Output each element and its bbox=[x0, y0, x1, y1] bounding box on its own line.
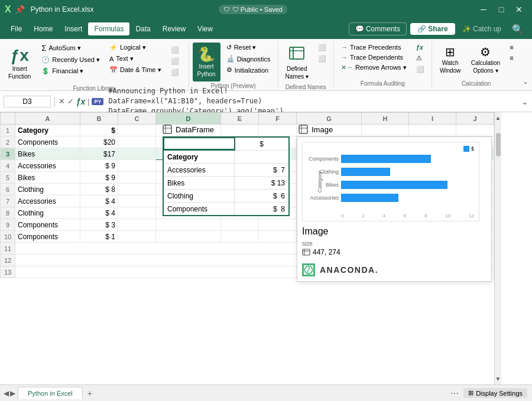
cell-a9[interactable]: Components bbox=[15, 219, 80, 231]
menu-review[interactable]: Review bbox=[157, 22, 192, 35]
cell-c2[interactable] bbox=[118, 136, 156, 148]
col-header-e[interactable]: E bbox=[221, 113, 259, 125]
cell-c4[interactable] bbox=[118, 160, 156, 172]
col-header-a[interactable]: A bbox=[15, 113, 80, 125]
share-button[interactable]: 🔗 Share bbox=[410, 23, 455, 35]
search-icon[interactable]: 🔍 bbox=[508, 22, 527, 37]
cell-b3[interactable]: $17 bbox=[80, 148, 118, 160]
trace-precedents-button[interactable]: → Trace Precedents bbox=[338, 43, 410, 52]
col-header-i[interactable]: I bbox=[409, 113, 456, 125]
cell-a5[interactable]: Bikes bbox=[15, 172, 80, 184]
more-functions-btn2[interactable]: ⬜ bbox=[167, 56, 185, 66]
recently-used-button[interactable]: 🕐 Recently Used ▾ bbox=[38, 55, 103, 65]
financial-button[interactable]: 💲 Financial ▾ bbox=[38, 66, 103, 76]
watch-window-button[interactable]: ⊞ WatchWindow bbox=[436, 43, 465, 77]
col-header-c[interactable]: C bbox=[118, 113, 156, 125]
col-header-f[interactable]: F bbox=[259, 113, 297, 125]
cell-b9[interactable]: $ 3 bbox=[80, 219, 118, 231]
remove-arrows-button[interactable]: ✕→ Remove Arrows ▾ bbox=[338, 63, 410, 73]
cell-i1[interactable] bbox=[409, 125, 456, 136]
cell-a1[interactable]: Category bbox=[15, 125, 80, 136]
col-header-d[interactable]: D bbox=[156, 113, 221, 125]
reset-button[interactable]: ↺ Reset ▾ bbox=[223, 43, 274, 53]
name-manager-btn[interactable]: ⬜ bbox=[314, 43, 330, 53]
cell-b2[interactable]: $20 bbox=[80, 136, 118, 148]
cell-c5[interactable] bbox=[118, 172, 156, 184]
formula-insert-fn-icon[interactable]: ƒx bbox=[76, 97, 86, 106]
insert-python-button[interactable]: 🐍 InsertPython bbox=[193, 43, 220, 81]
cell-f10[interactable] bbox=[259, 231, 297, 243]
scrollbar-thumb[interactable] bbox=[496, 133, 501, 157]
cell-c6[interactable] bbox=[118, 184, 156, 195]
cell-d10[interactable] bbox=[156, 231, 221, 243]
formula-confirm-icon[interactable]: ✓ bbox=[67, 97, 74, 106]
menu-view[interactable]: View bbox=[192, 22, 219, 35]
ribbon-expand-button[interactable]: ⌄ bbox=[521, 77, 530, 88]
formula-expand-icon[interactable]: ⌄ bbox=[521, 97, 528, 106]
tab-scroll-right[interactable]: ▶ bbox=[10, 389, 15, 397]
calc-sheet-button[interactable]: ≡ bbox=[506, 53, 517, 63]
error-check-button[interactable]: ⚠ bbox=[413, 53, 428, 63]
cell-h1[interactable] bbox=[362, 125, 409, 136]
col-header-h[interactable]: H bbox=[362, 113, 409, 125]
evaluate-formula-button[interactable]: ⬜ bbox=[413, 64, 428, 74]
define-name-btn[interactable]: ⬜ bbox=[314, 54, 330, 64]
menu-home[interactable]: Home bbox=[28, 22, 59, 35]
col-header-b[interactable]: B bbox=[80, 113, 118, 125]
cell-b5[interactable]: $ 9 bbox=[80, 172, 118, 184]
cell-a3[interactable]: Bikes bbox=[15, 148, 80, 160]
cell-j1[interactable] bbox=[456, 125, 494, 136]
cell-c8[interactable] bbox=[118, 207, 156, 219]
display-settings-button[interactable]: ⊞ Display Settings bbox=[463, 388, 527, 398]
cell-b6[interactable]: $ 8 bbox=[80, 184, 118, 195]
catchup-button[interactable]: ✨ Catch up bbox=[459, 23, 505, 35]
vertical-scrollbar[interactable]: ▲ ▼ bbox=[494, 112, 501, 384]
df-selected-cell[interactable] bbox=[164, 138, 235, 150]
cell-c3[interactable] bbox=[118, 148, 156, 160]
more-functions-btn1[interactable]: ⬜ bbox=[167, 45, 185, 55]
cell-a2[interactable]: Components bbox=[15, 136, 80, 148]
cell-b8[interactable]: $ 4 bbox=[80, 207, 118, 219]
comments-button[interactable]: 💬 Comments bbox=[349, 22, 407, 35]
col-header-j[interactable]: J bbox=[456, 113, 494, 125]
sheet-tab-python[interactable]: Python in Excel bbox=[18, 387, 83, 399]
cell-a10[interactable]: Components bbox=[15, 231, 80, 243]
cell-a8[interactable]: Clothing bbox=[15, 207, 80, 219]
cell-c10[interactable] bbox=[118, 231, 156, 243]
add-sheet-button[interactable]: + bbox=[83, 386, 97, 400]
pin-icon[interactable]: 📌 bbox=[15, 5, 25, 14]
cell-e9[interactable] bbox=[221, 219, 259, 231]
cell-f9[interactable] bbox=[259, 219, 297, 231]
cell-d9[interactable] bbox=[156, 219, 221, 231]
col-header-g[interactable]: G bbox=[297, 113, 362, 125]
name-box[interactable] bbox=[4, 96, 51, 107]
scroll-up-arrow[interactable]: ▲ bbox=[495, 112, 501, 121]
tab-scroll-left[interactable]: ◀ bbox=[4, 389, 9, 397]
cell-c1[interactable] bbox=[118, 125, 156, 136]
logical-button[interactable]: ⚡ Logical ▾ bbox=[106, 43, 165, 53]
menu-file[interactable]: File bbox=[5, 22, 28, 35]
text-button[interactable]: A Text ▾ bbox=[106, 54, 165, 64]
cell-e10[interactable] bbox=[221, 231, 259, 243]
tab-more-options[interactable]: ⋯ bbox=[450, 389, 463, 398]
menu-insert[interactable]: Insert bbox=[59, 22, 88, 35]
calc-now-button[interactable]: ≡ bbox=[506, 43, 517, 52]
cell-b4[interactable]: $ 9 bbox=[80, 160, 118, 172]
cell-a7[interactable]: Accessories bbox=[15, 195, 80, 207]
cell-e1[interactable] bbox=[221, 125, 259, 136]
maximize-button[interactable]: □ bbox=[493, 3, 510, 16]
menu-formulas[interactable]: Formulas bbox=[88, 22, 129, 35]
cell-c7[interactable] bbox=[118, 195, 156, 207]
menu-data[interactable]: Data bbox=[129, 22, 156, 35]
scroll-down-arrow[interactable]: ▼ bbox=[495, 376, 501, 384]
cell-a6[interactable]: Clothing bbox=[15, 184, 80, 195]
show-formulas-button[interactable]: ƒx bbox=[413, 43, 428, 52]
diagnostics-button[interactable]: 🔬 Diagnostics bbox=[223, 54, 274, 64]
autosum-button[interactable]: Σ AutoSum ▾ bbox=[38, 43, 103, 54]
more-functions-btn3[interactable]: ⬜ bbox=[167, 67, 185, 77]
minimize-button[interactable]: ─ bbox=[475, 3, 492, 16]
insert-function-button[interactable]: ƒx InsertFunction bbox=[4, 43, 35, 84]
cell-c9[interactable] bbox=[118, 219, 156, 231]
formula-cancel-icon[interactable]: ✕ bbox=[59, 97, 65, 106]
defined-names-button[interactable]: DefinedNames ▾ bbox=[282, 43, 312, 83]
